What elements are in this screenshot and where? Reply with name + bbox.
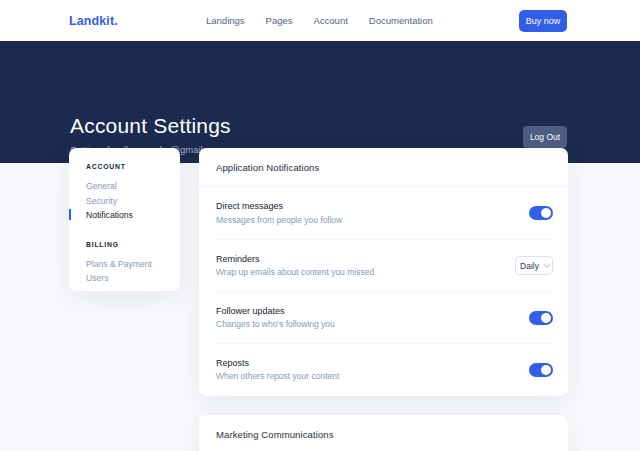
sidebar-item-notifications[interactable]: Notifications	[86, 210, 180, 225]
sidebar-heading-account: Account	[86, 163, 180, 170]
toggle-knob	[541, 313, 551, 323]
card-header: Application Notifications	[199, 148, 568, 187]
chevron-down-icon	[543, 261, 550, 268]
select-value: Daily	[520, 261, 539, 271]
toggle-knob	[541, 365, 551, 375]
logo[interactable]: Landkit.	[69, 14, 118, 28]
nav-item-pages[interactable]: Pages	[266, 15, 293, 26]
nav-item-documentation[interactable]: Documentation	[369, 15, 433, 26]
setting-subtitle: When others repost your content	[216, 371, 339, 381]
sidebar-item-security[interactable]: Security	[86, 196, 180, 211]
row-follower-updates: Follower updates Changes to who's follow…	[216, 291, 553, 343]
sidebar-item-general[interactable]: General	[86, 181, 180, 196]
setting-title: Reminders	[216, 254, 374, 264]
setting-subtitle: Messages from people you follow	[216, 215, 342, 225]
hero-header: Account Settings Settings for dhgamache@…	[0, 41, 640, 163]
row-reposts: Reposts When others repost your content	[216, 343, 553, 395]
row-reminders: Reminders Wrap up emails about content y…	[216, 239, 553, 291]
nav-item-account[interactable]: Account	[314, 15, 348, 26]
direct-messages-toggle[interactable]	[529, 206, 553, 220]
settings-sidebar: Account General Security Notifications B…	[69, 148, 180, 291]
sidebar-heading-billing: Billing	[86, 241, 180, 248]
nav-links: Landings Pages Account Documentation	[206, 0, 433, 41]
setting-subtitle: Wrap up emails about content you missed	[216, 267, 374, 277]
application-notifications-card: Application Notifications Direct message…	[199, 148, 568, 396]
card-header: Marketing Communications	[199, 415, 568, 451]
sidebar-item-label: Notifications	[86, 210, 133, 220]
toggle-knob	[541, 208, 551, 218]
logout-button[interactable]: Log Out	[523, 126, 567, 148]
marketing-communications-card: Marketing Communications	[199, 415, 568, 451]
card-title: Application Notifications	[216, 162, 319, 173]
reminders-frequency-select[interactable]: Daily	[515, 256, 553, 275]
setting-title: Reposts	[216, 358, 339, 368]
top-navbar: Landkit. Landings Pages Account Document…	[0, 0, 640, 41]
setting-title: Follower updates	[216, 306, 335, 316]
follower-updates-toggle[interactable]	[529, 311, 553, 325]
nav-item-landings[interactable]: Landings	[206, 15, 245, 26]
setting-title: Direct messages	[216, 201, 342, 211]
buy-now-button[interactable]: Buy now	[519, 10, 567, 32]
page-title: Account Settings	[70, 114, 231, 138]
active-indicator	[69, 209, 71, 220]
reposts-toggle[interactable]	[529, 363, 553, 377]
row-direct-messages: Direct messages Messages from people you…	[216, 187, 553, 239]
sidebar-item-plans-payment[interactable]: Plans & Payment	[86, 259, 180, 274]
card-title: Marketing Communications	[216, 429, 334, 440]
sidebar-item-users[interactable]: Users	[86, 273, 180, 288]
setting-subtitle: Changes to who's following you	[216, 319, 335, 329]
